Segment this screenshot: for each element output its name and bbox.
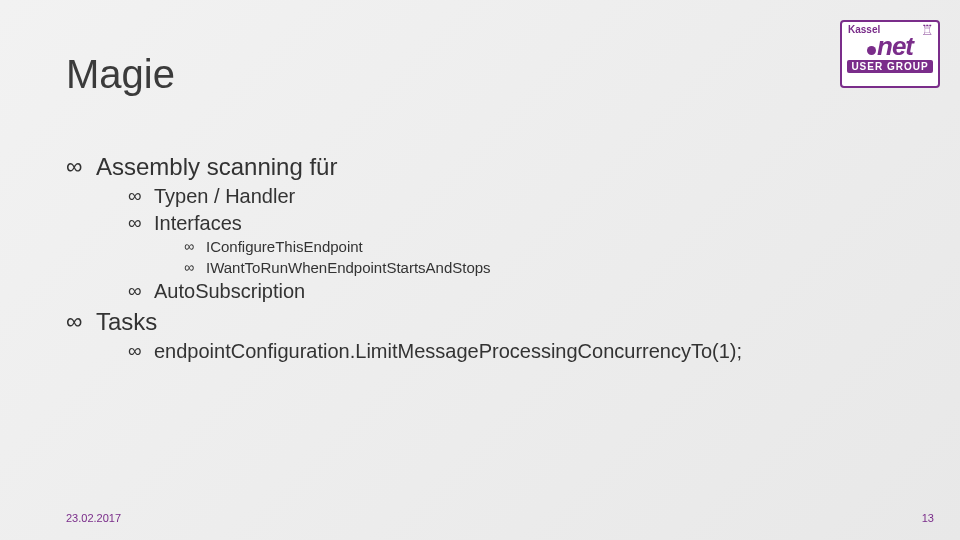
- bullet-interfaces: Interfaces IConfigureThisEndpoint IWantT…: [128, 210, 900, 278]
- castle-icon: ♖: [921, 22, 934, 38]
- logo-mid-text: net: [877, 33, 913, 59]
- logo-bottom-text: USER GROUP: [847, 60, 932, 73]
- bullet-typen: Typen / Handler: [128, 183, 900, 210]
- logo-dot-icon: [867, 46, 876, 55]
- bullet-endpoint: endpointConfiguration.LimitMessageProces…: [128, 338, 900, 365]
- bullet-tasks: Tasks endpointConfiguration.LimitMessage…: [66, 306, 900, 365]
- footer-date: 23.02.2017: [66, 512, 121, 524]
- slide-content: Assembly scanning für Typen / Handler In…: [66, 150, 900, 365]
- logo-top-text: Kassel: [848, 24, 880, 35]
- slide: Kassel net USER GROUP ♖ Magie Assembly s…: [0, 0, 960, 540]
- bullet-text: Assembly scanning für: [96, 153, 337, 180]
- logo-mid-row: net: [867, 33, 913, 59]
- slide-title: Magie: [66, 52, 175, 97]
- bullet-autosub: AutoSubscription: [128, 278, 900, 305]
- footer-page-number: 13: [922, 512, 934, 524]
- bullet-assembly: Assembly scanning für Typen / Handler In…: [66, 151, 900, 305]
- bullet-text: Interfaces: [154, 212, 242, 234]
- bullet-text: Tasks: [96, 308, 157, 335]
- bullet-iconfigure: IConfigureThisEndpoint: [184, 237, 900, 257]
- bullet-iwant: IWantToRunWhenEndpointStartsAndStops: [184, 258, 900, 278]
